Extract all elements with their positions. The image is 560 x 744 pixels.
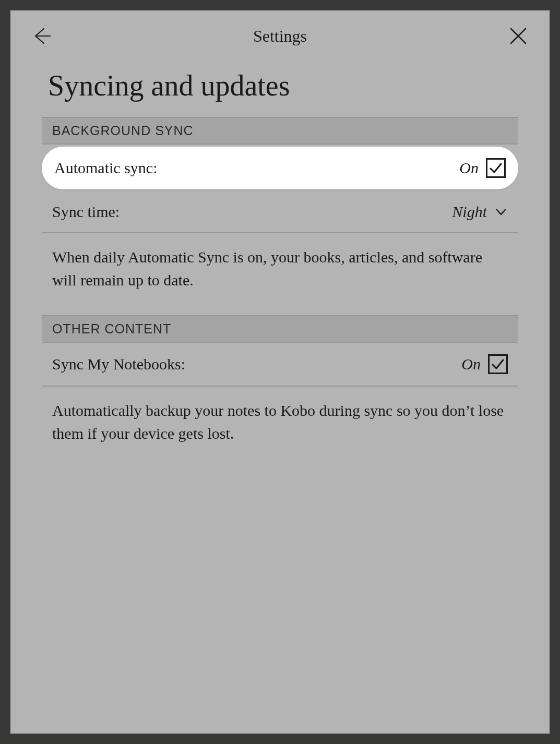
device-frame: Settings Syncing and updates BACKGROUND …	[0, 0, 560, 744]
sync-time-dropdown[interactable]	[494, 205, 508, 219]
automatic-sync-value-group: On	[459, 158, 506, 178]
arrow-left-icon	[31, 26, 52, 46]
header-title: Settings	[52, 27, 508, 46]
sync-notebooks-value-group: On	[461, 354, 508, 374]
section-header-background-sync: BACKGROUND SYNC	[42, 117, 518, 145]
sync-notebooks-label: Sync My Notebooks:	[52, 355, 185, 373]
chevron-down-icon	[495, 206, 507, 218]
sync-notebooks-checkbox[interactable]	[488, 354, 508, 374]
sync-time-row[interactable]: Sync time: Night	[42, 191, 518, 233]
automatic-sync-value: On	[459, 159, 479, 177]
sync-time-label: Sync time:	[52, 203, 120, 221]
close-button[interactable]	[508, 26, 529, 46]
automatic-sync-row[interactable]: Automatic sync: On	[42, 147, 518, 189]
close-icon	[508, 26, 529, 46]
automatic-sync-checkbox[interactable]	[486, 158, 506, 178]
sync-notebooks-row[interactable]: Sync My Notebooks: On	[42, 343, 518, 387]
page-body: Syncing and updates BACKGROUND SYNC Auto…	[10, 57, 550, 469]
checkmark-icon	[488, 161, 503, 175]
topbar: Settings	[10, 10, 550, 57]
checkmark-icon	[491, 357, 505, 371]
other-content-description: Automatically backup your notes to Kobo …	[42, 387, 518, 469]
background-sync-description: When daily Automatic Sync is on, your bo…	[42, 233, 518, 315]
sync-time-value-group: Night	[452, 203, 508, 221]
automatic-sync-label: Automatic sync:	[54, 159, 157, 177]
back-button[interactable]	[31, 26, 52, 46]
sync-notebooks-value: On	[461, 355, 481, 373]
sync-time-value: Night	[452, 203, 487, 221]
section-header-other-content: OTHER CONTENT	[42, 315, 518, 343]
page-title: Syncing and updates	[42, 57, 518, 117]
screen: Settings Syncing and updates BACKGROUND …	[10, 10, 550, 734]
